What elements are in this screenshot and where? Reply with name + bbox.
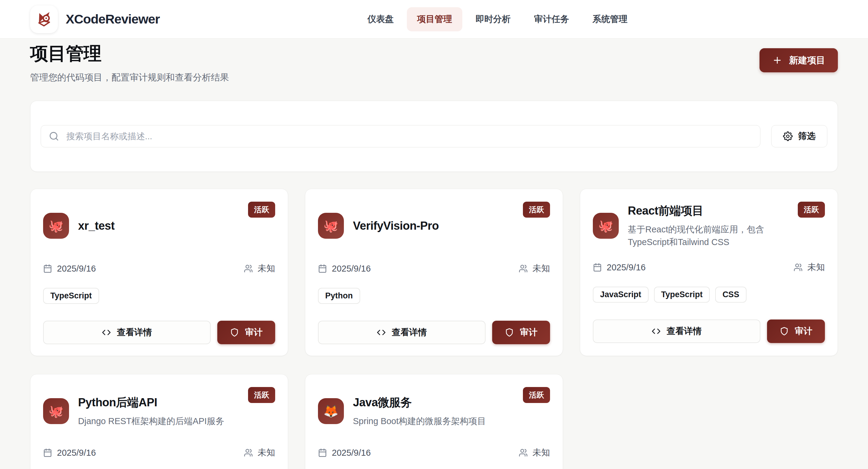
project-name: VerifyVision-Pro xyxy=(353,219,439,232)
nav-system[interactable]: 系统管理 xyxy=(582,7,638,31)
nav-audit-tasks[interactable]: 审计任务 xyxy=(524,7,579,31)
status-badge: 活跃 xyxy=(798,201,825,218)
page-subtitle: 管理您的代码项目，配置审计规则和查看分析结果 xyxy=(30,71,229,84)
project-card-python-backend: 🐙 Python后端API Django REST框架构建的后端API服务 活跃… xyxy=(30,374,288,469)
project-name: Java微服务 xyxy=(353,395,486,410)
project-avatar: 🐙 xyxy=(43,398,69,424)
users-icon xyxy=(244,264,253,273)
language-tag: CSS xyxy=(715,287,747,303)
project-members: 未知 xyxy=(532,262,550,275)
project-card-java-microservice: 🦊 Java微服务 Spring Boot构建的微服务架构项目 活跃 2025/… xyxy=(305,374,563,469)
project-card-react-frontend: 🐙 React前端项目 基于React的现代化前端应用，包含TypeScript… xyxy=(580,189,838,356)
users-icon xyxy=(519,264,528,273)
project-description: Spring Boot构建的微服务架构项目 xyxy=(353,415,486,428)
search-panel: 筛选 xyxy=(30,101,838,172)
users-icon xyxy=(244,448,253,457)
view-details-button[interactable]: 查看详情 xyxy=(593,319,761,343)
nav-projects[interactable]: 项目管理 xyxy=(407,7,462,31)
calendar-icon xyxy=(43,264,52,273)
page-title: 项目管理 xyxy=(30,41,229,66)
project-name: xr_test xyxy=(78,219,115,232)
project-members: 未知 xyxy=(807,261,825,273)
search-icon xyxy=(49,131,59,142)
project-card-verifyvision-pro: 🐙 VerifyVision-Pro 活跃 github.com/lintsin… xyxy=(305,189,563,356)
main-nav: 仪表盘 项目管理 即时分析 审计任务 系统管理 xyxy=(357,7,638,31)
plus-icon xyxy=(772,55,782,65)
project-description: 基于React的现代化前端应用，包含TypeScript和Tailwind CS… xyxy=(628,223,784,248)
project-avatar: 🦊 xyxy=(318,398,344,424)
calendar-icon xyxy=(318,264,327,273)
project-name: Python后端API xyxy=(78,395,224,410)
new-project-button[interactable]: 新建项目 xyxy=(760,48,838,72)
octopus-emoji: 🐙 xyxy=(49,219,64,233)
code-icon xyxy=(102,328,111,337)
language-tag: Python xyxy=(318,288,360,304)
app-title: XCodeReviewer xyxy=(66,12,160,27)
audit-button[interactable]: 审计 xyxy=(217,321,275,344)
status-badge: 活跃 xyxy=(523,387,550,403)
project-avatar: 🐙 xyxy=(318,213,344,239)
audit-button[interactable]: 审计 xyxy=(492,321,550,344)
shield-icon xyxy=(780,327,789,336)
project-members: 未知 xyxy=(258,262,275,275)
fox-emoji: 🦊 xyxy=(323,404,338,418)
app-logo-icon xyxy=(30,5,58,33)
brand[interactable]: XCodeReviewer xyxy=(30,5,160,33)
gear-icon xyxy=(783,131,793,141)
project-members: 未知 xyxy=(258,447,275,459)
nav-instant-analysis[interactable]: 即时分析 xyxy=(465,7,521,31)
project-name: React前端项目 xyxy=(628,203,784,219)
users-icon xyxy=(794,263,803,272)
calendar-icon xyxy=(43,448,52,457)
language-tag: JavaScript xyxy=(593,287,649,303)
octopus-emoji: 🐙 xyxy=(323,219,338,233)
status-badge: 活跃 xyxy=(248,201,275,218)
users-icon xyxy=(519,448,528,457)
view-details-button[interactable]: 查看详情 xyxy=(318,321,486,344)
search-input[interactable] xyxy=(41,125,760,147)
nav-dashboard[interactable]: 仪表盘 xyxy=(357,7,404,31)
calendar-icon xyxy=(593,263,602,272)
code-icon xyxy=(652,327,661,336)
filter-button[interactable]: 筛选 xyxy=(771,125,827,147)
calendar-icon xyxy=(318,448,327,457)
status-badge: 活跃 xyxy=(523,201,550,218)
octopus-emoji: 🐙 xyxy=(49,404,64,418)
project-avatar: 🐙 xyxy=(43,213,69,239)
project-date: 2025/9/16 xyxy=(332,448,371,458)
shield-icon xyxy=(505,328,514,337)
project-date: 2025/9/16 xyxy=(332,264,371,274)
code-icon xyxy=(377,328,386,337)
audit-button[interactable]: 审计 xyxy=(767,319,825,343)
view-details-button[interactable]: 查看详情 xyxy=(43,321,211,344)
project-date: 2025/9/16 xyxy=(57,264,96,274)
project-grid: 🐙 xr_test 活跃 github.com/lintsinghua/xr_t… xyxy=(30,189,838,469)
project-date: 2025/9/16 xyxy=(57,448,96,458)
language-tag: TypeScript xyxy=(43,288,99,304)
search-box xyxy=(41,125,761,147)
status-badge: 活跃 xyxy=(248,387,275,403)
project-date: 2025/9/16 xyxy=(607,262,646,273)
project-card-xr-test: 🐙 xr_test 活跃 github.com/lintsinghua/xr_t… xyxy=(30,189,288,356)
project-description: Django REST框架构建的后端API服务 xyxy=(78,415,224,428)
project-avatar: 🐙 xyxy=(593,213,619,239)
project-members: 未知 xyxy=(532,447,550,459)
language-tag: TypeScript xyxy=(654,287,710,303)
app-header: XCodeReviewer 仪表盘 项目管理 即时分析 审计任务 系统管理 xyxy=(0,0,868,39)
shield-icon xyxy=(230,328,239,337)
octopus-emoji: 🐙 xyxy=(598,219,613,233)
